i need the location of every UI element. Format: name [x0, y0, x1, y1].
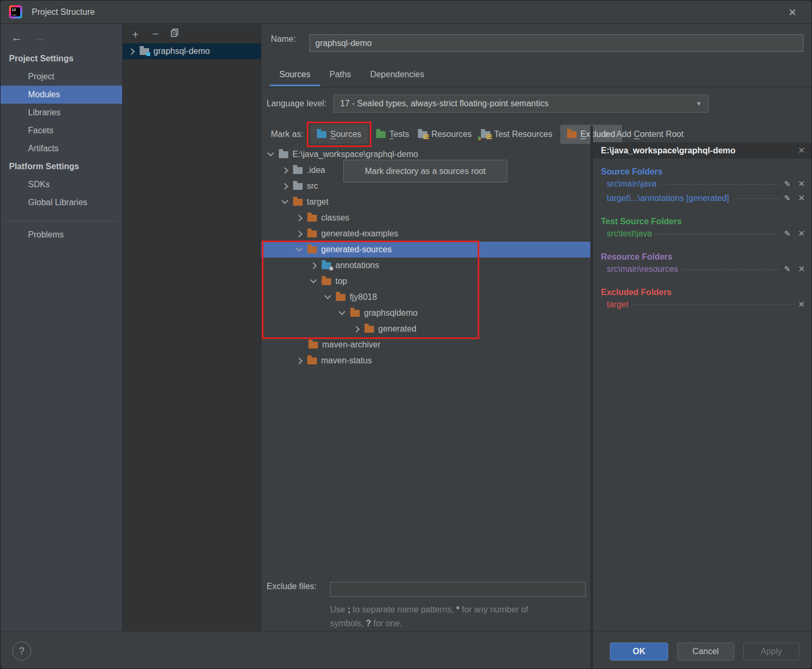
sidebar-item-artifacts[interactable]: Artifacts [1, 140, 122, 158]
folder-group-title: Resource Folders [601, 250, 805, 264]
remove-folder-icon[interactable]: ✕ [798, 193, 805, 203]
language-level-label: Language level: [267, 99, 326, 108]
add-content-root-button[interactable]: ＋ Add Content Root [593, 126, 811, 142]
tree-row-maven-status[interactable]: maven-status [261, 353, 592, 369]
hint-line-1: Use ; to separate name patterns, * for a… [330, 603, 528, 617]
chevron-down-icon[interactable] [296, 245, 303, 252]
tree-row-top[interactable]: top [261, 273, 592, 289]
chevron-right-icon[interactable] [310, 262, 317, 269]
tree-row-maven-archiver[interactable]: maven-archiver [261, 337, 592, 353]
tree-row-generated-examples[interactable]: generated-examples [261, 226, 592, 242]
chevron-right-icon[interactable] [296, 215, 303, 222]
tree-item-label: top [335, 277, 347, 286]
chevron-down-icon[interactable] [281, 197, 288, 204]
edit-pencil-icon[interactable]: ✎ [784, 179, 791, 189]
back-arrow-icon[interactable]: ← [10, 31, 24, 44]
tree-item-label: E:\java_workspace\graphql-demo [293, 150, 418, 159]
tree-item-label: generated-sources [321, 245, 391, 254]
sidebar-item-libraries[interactable]: Libraries [1, 104, 122, 122]
chevron-right-icon[interactable] [296, 358, 303, 364]
module-name-input[interactable] [309, 34, 804, 52]
folder-group-title: Test Source Folders [601, 214, 805, 228]
module-name: graphsql-demo [153, 47, 210, 56]
chevron-right-icon[interactable] [296, 231, 303, 237]
edit-pencil-icon[interactable]: ✎ [784, 264, 791, 274]
folder-path[interactable]: src\test\java [607, 229, 652, 239]
folder-path[interactable]: src\main\java [607, 179, 656, 189]
tree-row-annotations[interactable]: ✱annotations [261, 258, 592, 273]
mark-as-test-resources-button[interactable]: Test Resources [480, 127, 553, 141]
dotted-leader [632, 305, 795, 305]
folder-path-row: target\...\annotations [generated]✎✕ [601, 193, 805, 207]
mark-as-sources-button[interactable]: Sources [310, 125, 368, 144]
ok-button[interactable]: OK [610, 643, 668, 661]
mark-as-tests-button[interactable]: Tests [375, 127, 410, 141]
dotted-leader [733, 198, 780, 199]
remove-folder-icon[interactable]: ✕ [798, 264, 805, 274]
tree-item-label: generated-examples [321, 229, 398, 239]
module-row-graphsql-demo[interactable]: graphsql-demo [123, 43, 261, 59]
tree-row-target[interactable]: target [261, 194, 592, 210]
chevron-right-icon[interactable] [281, 167, 288, 174]
add-icon[interactable]: ＋ [130, 29, 141, 39]
folder-path[interactable]: src\main\resources [607, 264, 678, 274]
folder-icon [307, 215, 317, 222]
folder-path[interactable]: target\...\annotations [generated] [607, 194, 729, 203]
sidebar-divider [6, 221, 117, 222]
chevron-down-icon[interactable] [324, 292, 331, 299]
folder-group-title: Excluded Folders [601, 285, 805, 299]
chevron-down-icon[interactable] [310, 277, 317, 283]
folder-icon: ✱ [322, 262, 331, 269]
chevron-right-icon[interactable] [281, 183, 288, 190]
folder-icon [418, 131, 427, 138]
copy-icon[interactable] [170, 29, 179, 39]
tab-paths[interactable]: Paths [320, 65, 361, 86]
mark-as-row: Mark as: SourcesTestsResourcesTest Resou… [271, 125, 622, 144]
sidebar-item-modules[interactable]: Modules [1, 86, 122, 104]
help-icon[interactable]: ? [12, 641, 31, 661]
chevron-right-icon[interactable] [353, 326, 360, 333]
folders-panel: ＋ Add Content Root E:\java_workspace\gra… [590, 126, 811, 668]
tree-row-generated-sources[interactable]: generated-sources [261, 242, 592, 258]
folder-icon [293, 199, 303, 206]
resource-lines-icon [486, 134, 492, 140]
tree-item-label: maven-archiver [322, 340, 380, 350]
remove-folder-icon[interactable]: ✕ [798, 179, 805, 189]
tree-item-label: .idea [307, 166, 325, 175]
remove-folder-icon[interactable]: ✕ [798, 228, 805, 239]
tree-row-fjy8018[interactable]: fjy8018 [261, 289, 592, 305]
tree-row-generated[interactable]: generated [261, 321, 592, 337]
sidebar-item-global-libraries[interactable]: Global Libraries [1, 194, 122, 212]
cancel-button[interactable]: Cancel [677, 643, 734, 661]
folder-group-test-source-folders: Test Source Folderssrc\test\java✎✕ [601, 214, 805, 243]
dotted-leader [655, 234, 780, 234]
sidebar-item-facets[interactable]: Facets [1, 122, 122, 140]
folder-icon [293, 183, 303, 190]
language-level-select[interactable]: 17 - Sealed types, always-strict floatin… [333, 95, 709, 113]
tab-dependencies[interactable]: Dependencies [361, 65, 434, 86]
mark-as-resources-button[interactable]: Resources [417, 127, 472, 141]
close-icon[interactable]: ✕ [785, 5, 800, 20]
exclude-files-input[interactable] [330, 582, 586, 597]
folder-icon [279, 151, 288, 158]
module-list-panel: ＋− graphsql-demo [122, 24, 261, 631]
sidebar-item-sdks[interactable]: SDKs [1, 176, 122, 194]
remove-content-root-icon[interactable]: ✕ [798, 145, 805, 155]
edit-pencil-icon[interactable]: ✎ [784, 229, 791, 239]
edit-pencil-icon[interactable]: ✎ [784, 194, 791, 203]
remove-folder-icon[interactable]: ✕ [798, 299, 805, 309]
tree-row-graphsqldemo[interactable]: graphsqldemo [261, 305, 592, 321]
mark-as-resources-label: Resources [431, 130, 471, 139]
sidebar-item-problems[interactable]: Problems [1, 226, 122, 244]
tree-row-classes[interactable]: classes [261, 210, 592, 226]
chevron-down-icon[interactable] [339, 308, 345, 315]
sidebar-item-project[interactable]: Project [1, 68, 122, 86]
tree-item-label: fjy8018 [350, 292, 377, 302]
sidebar-list: Project SettingsProjectModulesLibrariesF… [1, 50, 122, 244]
tree-item-label: graphsqldemo [364, 308, 417, 318]
apply-button: Apply [743, 643, 799, 661]
folder-path[interactable]: target [607, 300, 628, 309]
chevron-down-icon[interactable] [267, 150, 274, 157]
remove-icon[interactable]: − [152, 29, 159, 39]
tab-sources[interactable]: Sources [270, 65, 320, 86]
